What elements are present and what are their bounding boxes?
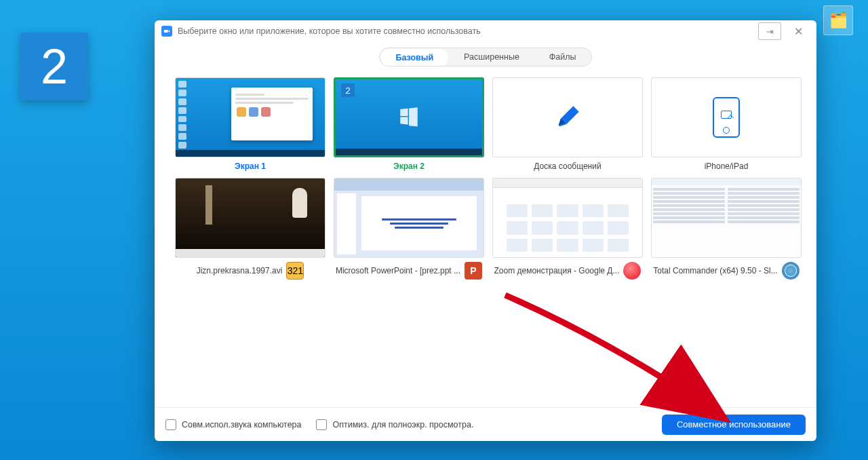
- zoom-share-window: Выберите окно или приложение, которое вы…: [155, 20, 816, 441]
- tile-label: Экран 1: [235, 161, 266, 171]
- tile-label: Экран 2: [393, 161, 425, 171]
- mpc-icon: 321: [286, 262, 304, 280]
- close-button[interactable]: ✕: [787, 22, 810, 40]
- thumb-browser: [492, 178, 643, 258]
- checkbox-label: Совм.испол.звука компьютера: [182, 420, 301, 429]
- powerpoint-icon: P: [465, 262, 482, 280]
- checkbox-icon: [316, 419, 327, 430]
- checkbox-share-audio[interactable]: Совм.испол.звука компьютера: [165, 419, 301, 430]
- tab-advanced[interactable]: Расширенные: [449, 48, 534, 66]
- thumb-ppt: [334, 178, 484, 258]
- desktop-background-icons: 🗂️: [823, 5, 853, 35]
- thumb-screen-1: [175, 77, 326, 157]
- totalcommander-icon: [782, 262, 800, 280]
- tile-label: Zoom демонстрация - Google Д...: [494, 266, 620, 275]
- step-badge: 2: [20, 33, 88, 100]
- share-button[interactable]: Совместное использование: [662, 415, 806, 435]
- share-options-grid: Экран 1 2 Экран 2 Доска сообщений iPhone…: [155, 77, 816, 280]
- tile-app-video[interactable]: Jizn.prekrasna.1997.avi 321: [175, 178, 326, 280]
- tile-label: Доска сообщений: [534, 161, 601, 171]
- screen-2-badge: 2: [341, 83, 355, 97]
- desktop-icon: 🗂️: [823, 5, 853, 35]
- tile-label: Total Commander (x64) 9.50 - Sl...: [653, 266, 777, 275]
- tile-whiteboard[interactable]: Доска сообщений: [492, 77, 643, 171]
- thumb-video: [175, 178, 326, 258]
- tile-iphone-ipad[interactable]: iPhone/iPad: [651, 77, 802, 171]
- opera-icon: [623, 262, 641, 280]
- thumb-screen-2: 2: [334, 77, 484, 157]
- phone-icon: [713, 97, 740, 138]
- tab-bar: Базовый Расширенные Файлы: [155, 42, 816, 77]
- zoom-logo-icon: [161, 26, 172, 37]
- tile-label: Microsoft PowerPoint - [prez.ppt ...: [336, 266, 460, 275]
- footer: Совм.испол.звука компьютера Оптимиз. для…: [155, 407, 816, 441]
- tile-label: iPhone/iPad: [705, 161, 749, 171]
- checkbox-icon: [165, 419, 176, 430]
- titlebar: Выберите окно или приложение, которое вы…: [155, 20, 816, 42]
- checkbox-optimize-fullscreen[interactable]: Оптимиз. для полноэкр. просмотра.: [316, 419, 473, 430]
- thumb-tc: [651, 178, 802, 258]
- windows-logo-icon: [397, 104, 420, 128]
- thumb-whiteboard: [492, 77, 643, 157]
- checkbox-label: Оптимиз. для полноэкр. просмотра.: [332, 420, 473, 429]
- tile-screen-1[interactable]: Экран 1: [175, 77, 326, 171]
- tile-app-tc[interactable]: Total Commander (x64) 9.50 - Sl...: [651, 178, 802, 280]
- tab-basic[interactable]: Базовый: [380, 49, 448, 66]
- tile-app-browser[interactable]: Zoom демонстрация - Google Д...: [492, 178, 643, 280]
- thumb-iphone: [651, 77, 802, 157]
- window-title: Выберите окно или приложение, которое вы…: [178, 26, 481, 36]
- tab-files[interactable]: Файлы: [534, 48, 591, 66]
- tile-label: Jizn.prekrasna.1997.avi: [197, 266, 283, 275]
- pencil-icon: [554, 104, 581, 131]
- tile-app-powerpoint[interactable]: Microsoft PowerPoint - [prez.ppt ... P: [334, 178, 484, 280]
- pin-button[interactable]: ⇥: [758, 22, 781, 40]
- tile-screen-2[interactable]: 2 Экран 2: [334, 77, 484, 171]
